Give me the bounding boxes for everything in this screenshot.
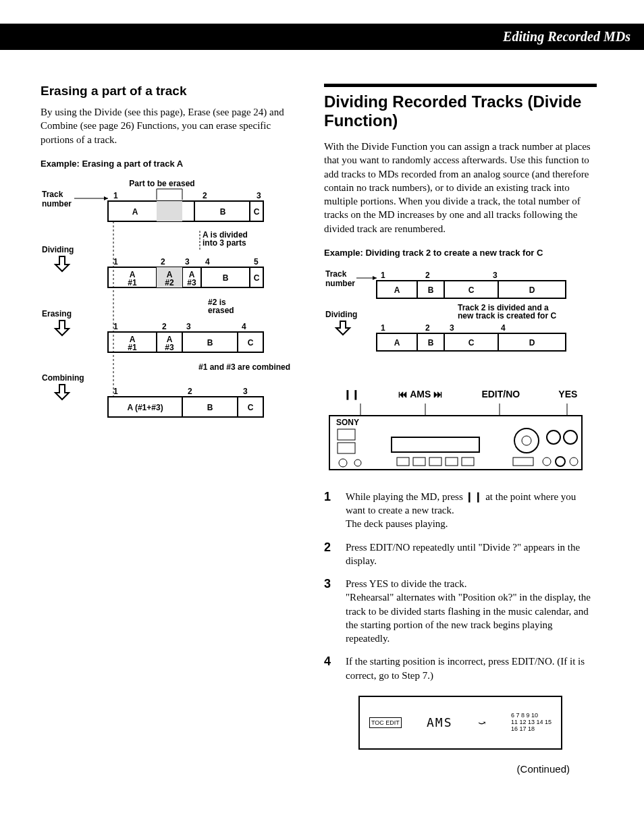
svg-text:new track is created for C: new track is created for C xyxy=(458,311,556,321)
svg-rect-120 xyxy=(513,457,533,466)
svg-text:1: 1 xyxy=(113,387,118,396)
svg-text:B: B xyxy=(428,338,434,348)
svg-text:A: A xyxy=(394,338,400,348)
control-labels: ❙❙ ⏮ AMS ⏭ EDIT/NO YES xyxy=(324,389,597,399)
step-number: 4 xyxy=(324,655,338,682)
svg-text:C: C xyxy=(248,403,254,412)
svg-rect-106 xyxy=(338,429,355,440)
svg-rect-11 xyxy=(108,201,263,221)
svg-rect-115 xyxy=(462,457,474,466)
left-example-label: Example: Erasing a part of track A xyxy=(41,159,297,169)
svg-point-123 xyxy=(570,457,578,466)
svg-text:C: C xyxy=(254,207,260,217)
svg-text:3: 3 xyxy=(243,387,248,396)
svg-text:#1: #1 xyxy=(128,343,137,352)
ams-label: ⏮ AMS ⏭ xyxy=(398,389,443,399)
display-illustration: TOC EDIT AMS ⤻ 6 7 8 9 10 11 12 13 14 15… xyxy=(358,696,562,750)
svg-point-116 xyxy=(514,428,539,453)
svg-text:2: 2 xyxy=(425,323,430,333)
yes-label: YES xyxy=(558,389,577,399)
svg-text:B: B xyxy=(428,285,434,295)
svg-text:Track: Track xyxy=(42,190,63,199)
svg-text:#3: #3 xyxy=(165,343,174,352)
svg-text:2: 2 xyxy=(203,191,207,200)
svg-text:into 3 parts: into 3 parts xyxy=(203,238,246,248)
svg-text:3: 3 xyxy=(185,257,190,267)
svg-text:number: number xyxy=(42,199,72,209)
step-4: 4If the starting position is incorrect, … xyxy=(324,655,597,682)
svg-rect-112 xyxy=(413,457,425,466)
left-intro: By using the Divide (see this page), Era… xyxy=(41,105,297,146)
left-title: Erasing a part of a track xyxy=(41,84,297,99)
svg-marker-7 xyxy=(104,196,108,200)
step-text: Press EDIT/NO repeatedly until "Divide ?… xyxy=(346,540,597,568)
svg-rect-114 xyxy=(446,457,458,466)
svg-text:A: A xyxy=(394,285,400,295)
svg-text:1: 1 xyxy=(113,257,118,267)
svg-text:#1: #1 xyxy=(128,278,137,287)
svg-text:3: 3 xyxy=(450,323,454,333)
svg-text:B: B xyxy=(207,338,213,348)
svg-marker-73 xyxy=(373,276,377,280)
step-1: 1While playing the MD, press ❙❙ at the p… xyxy=(324,490,597,531)
continued-label: (Continued) xyxy=(324,763,570,775)
svg-text:Part to be erased: Part to be erased xyxy=(129,179,194,188)
editno-label: EDIT/NO xyxy=(481,389,520,399)
svg-text:5: 5 xyxy=(254,257,259,267)
step-number: 3 xyxy=(324,577,338,645)
divide-diagram: text{font-family:Arial,sans-serif;font-w… xyxy=(324,267,597,368)
svg-text:4: 4 xyxy=(205,257,210,267)
svg-text:A (#1+#3): A (#1+#3) xyxy=(127,403,163,412)
section-header: Editing Recorded MDs xyxy=(0,24,644,50)
svg-rect-100 xyxy=(329,416,582,470)
step-2: 2Press EDIT/NO repeatedly until "Divide … xyxy=(324,540,597,568)
section-title: Editing Recorded MDs xyxy=(503,29,630,44)
svg-text:C: C xyxy=(254,273,260,283)
svg-rect-14 xyxy=(157,201,182,221)
svg-text:3: 3 xyxy=(186,322,191,331)
display-calendar: 6 7 8 9 10 11 12 13 14 15 16 17 18 xyxy=(511,713,552,733)
svg-text:3: 3 xyxy=(493,271,498,280)
svg-text:Dividing: Dividing xyxy=(42,245,74,254)
right-title: Dividing Recorded Tracks (Divide Functio… xyxy=(324,84,597,130)
svg-text:#1 and #3 are combined: #1 and #3 are combined xyxy=(198,362,290,372)
svg-text:Combining: Combining xyxy=(42,373,84,383)
svg-text:1: 1 xyxy=(381,271,385,280)
svg-text:#2: #2 xyxy=(165,278,174,287)
svg-text:C: C xyxy=(468,338,475,348)
svg-text:erased: erased xyxy=(208,306,234,315)
display-ams: AMS xyxy=(427,715,453,729)
svg-text:D: D xyxy=(529,338,535,348)
svg-text:number: number xyxy=(325,279,355,288)
svg-text:C: C xyxy=(468,285,475,295)
erase-diagram-svg: text{font-family:Arial,sans-serif;font-w… xyxy=(41,178,290,421)
svg-text:Erasing: Erasing xyxy=(42,309,72,318)
step-number: 1 xyxy=(324,490,338,531)
svg-text:4: 4 xyxy=(501,323,506,333)
page-number: 25 xyxy=(0,829,610,832)
svg-point-109 xyxy=(354,460,361,466)
svg-point-117 xyxy=(522,436,531,445)
svg-text:Dividing: Dividing xyxy=(325,310,357,319)
svg-text:A: A xyxy=(132,207,138,217)
svg-text:SONY: SONY xyxy=(336,418,359,427)
step-text: Press YES to divide the track."Rehearsal… xyxy=(346,577,597,645)
step-text: While playing the MD, press ❙❙ at the po… xyxy=(346,490,597,531)
svg-point-119 xyxy=(564,431,577,444)
svg-point-118 xyxy=(547,431,560,444)
svg-text:B: B xyxy=(220,207,226,217)
svg-rect-110 xyxy=(392,437,479,452)
svg-text:2: 2 xyxy=(425,271,430,280)
svg-text:1: 1 xyxy=(381,323,385,333)
toc-edit-icon: TOC EDIT xyxy=(369,717,402,728)
svg-text:1: 1 xyxy=(113,322,118,331)
divide-diagram-svg: text{font-family:Arial,sans-serif;font-w… xyxy=(324,267,587,368)
right-example-label: Example: Dividing track 2 to create a ne… xyxy=(324,248,597,258)
svg-text:2: 2 xyxy=(162,322,167,331)
svg-point-122 xyxy=(556,457,565,466)
svg-rect-111 xyxy=(397,457,409,466)
svg-rect-107 xyxy=(338,443,355,453)
svg-text:C: C xyxy=(248,338,254,348)
step-3: 3Press YES to divide the track."Rehearsa… xyxy=(324,577,597,645)
svg-text:2: 2 xyxy=(161,257,165,267)
